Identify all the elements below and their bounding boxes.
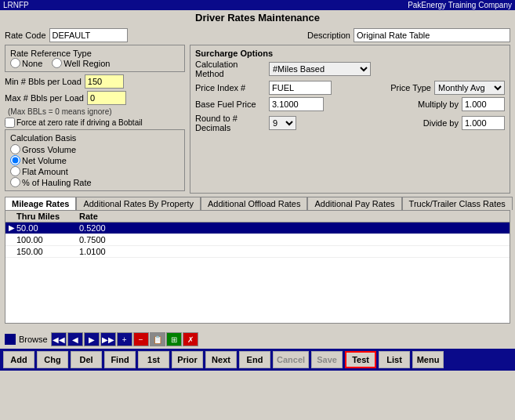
status-bar: Browse ◀◀ ◀ ▶ ▶▶ + − 📋 ⊞ ✗: [0, 330, 515, 349]
nav-close-btn[interactable]: ✗: [183, 332, 198, 346]
divide-label: Divide by: [423, 118, 459, 128]
table-row[interactable]: ▶ 50.00 0.5200: [5, 223, 510, 234]
price-index-input[interactable]: [269, 81, 332, 95]
calc-basis-label: Calculation Basis: [10, 133, 180, 143]
nav-first-btn[interactable]: ◀◀: [51, 332, 67, 346]
tab-mileage-rates[interactable]: Mileage Rates: [5, 197, 76, 210]
rate-ref-type-box: Rate Reference Type None Well Region: [5, 45, 185, 72]
nav-prev-btn[interactable]: ◀: [67, 332, 83, 346]
save-button[interactable]: Save: [311, 351, 343, 368]
calc-method-row: CalculationMethod #Miles Based: [195, 60, 505, 78]
first-button[interactable]: 1st: [138, 351, 169, 368]
base-fuel-input[interactable]: [269, 97, 324, 111]
description-input[interactable]: [354, 28, 510, 42]
main-content: Rate Code Description Rate Reference Typ…: [0, 25, 515, 327]
min-bbls-label: Min # Bbls per Load: [5, 77, 82, 86]
none-label: None: [22, 59, 42, 68]
action-buttons-bar: Add Chg Del Find 1st Prior Next End Canc…: [0, 349, 515, 371]
base-fuel-label: Base Fuel Price: [195, 100, 266, 109]
nav-grid-btn[interactable]: ⊞: [166, 332, 182, 346]
max-bbls-note: (Max BBLs = 0 means ignore): [8, 107, 185, 116]
title-bar: LRNFP PakEnergy Training Company: [0, 0, 515, 10]
table-row[interactable]: 100.00 0.7500: [5, 234, 510, 246]
page-title: Driver Rates Maintenance: [0, 10, 515, 25]
gross-volume-radio-item[interactable]: Gross Volume: [10, 144, 180, 154]
menu-button[interactable]: Menu: [412, 351, 444, 368]
description-label: Description: [307, 31, 350, 40]
rate-code-input[interactable]: [49, 28, 128, 42]
calc-basis-options: Gross Volume Net Volume Flat Amount % of…: [10, 144, 180, 187]
calc-method-select[interactable]: #Miles Based: [269, 62, 371, 76]
end-button[interactable]: End: [239, 351, 270, 368]
del-button[interactable]: Del: [71, 351, 102, 368]
gross-volume-radio[interactable]: [10, 144, 20, 154]
table-header: Thru Miles Rate: [5, 211, 510, 223]
divide-input[interactable]: [462, 116, 505, 130]
hauling-rate-label: % of Hauling Rate: [22, 178, 92, 187]
table-row[interactable]: 150.00 1.0100: [5, 246, 510, 258]
well-region-radio[interactable]: [52, 58, 62, 68]
round-select[interactable]: 9 0123 45678: [269, 116, 296, 130]
min-bbls-input[interactable]: [85, 74, 124, 89]
round-row: Round to # Decimals 9 0123 45678 Divide …: [195, 114, 505, 132]
tabs-container: Mileage Rates Additional Rates By Proper…: [5, 197, 510, 324]
nav-last-btn[interactable]: ▶▶: [100, 332, 116, 346]
price-type-label: Price Type: [390, 83, 431, 92]
hauling-rate-radio-item[interactable]: % of Hauling Rate: [10, 177, 180, 187]
price-type-select[interactable]: Monthly Avg: [434, 81, 505, 95]
rate-code-label: Rate Code: [5, 31, 46, 40]
nav-next-btn[interactable]: ▶: [84, 332, 100, 346]
test-button[interactable]: Test: [345, 351, 376, 368]
rate-ref-type-label: Rate Reference Type: [10, 49, 180, 58]
net-volume-radio[interactable]: [10, 155, 20, 165]
calc-basis-box: Calculation Basis Gross Volume Net Volum…: [5, 129, 185, 191]
nav-add-btn[interactable]: +: [117, 332, 132, 346]
cancel-button[interactable]: Cancel: [273, 351, 309, 368]
hauling-rate-radio[interactable]: [10, 177, 20, 187]
chg-button[interactable]: Chg: [37, 351, 68, 368]
tabs-header: Mileage Rates Additional Rates By Proper…: [5, 197, 510, 210]
price-index-row: Price Index # Price Type Monthly Avg: [195, 81, 505, 95]
multiply-input[interactable]: [462, 97, 505, 111]
none-radio-item[interactable]: None: [10, 58, 42, 68]
tab-additional-pay[interactable]: Additional Pay Rates: [307, 197, 401, 210]
force-zero-row: Force at zero rate if driving a Bobtail: [5, 118, 185, 128]
force-zero-checkbox[interactable]: [5, 118, 15, 128]
well-region-radio-item[interactable]: Well Region: [52, 58, 110, 68]
col-header-miles: Thru Miles: [16, 212, 79, 221]
well-region-label: Well Region: [63, 59, 110, 68]
rate-code-row: Rate Code Description: [5, 28, 510, 42]
app-id: LRNFP: [3, 1, 29, 9]
next-button[interactable]: Next: [205, 351, 237, 368]
status-indicator: [5, 334, 16, 345]
tab-truck-trailer[interactable]: Truck/Trailer Class Rates: [402, 197, 513, 210]
tab-additional-offload[interactable]: Additional Offload Rates: [201, 197, 307, 210]
surcharge-box: Surcharge Options CalculationMethod #Mil…: [190, 45, 510, 194]
nav-copy-btn[interactable]: 📋: [150, 332, 165, 346]
nav-delete-btn[interactable]: −: [133, 332, 149, 346]
round-label: Round to # Decimals: [195, 114, 266, 132]
gross-volume-label: Gross Volume: [22, 145, 76, 154]
calc-method-label: CalculationMethod: [195, 60, 266, 78]
find-button[interactable]: Find: [104, 351, 136, 368]
col-header-rate: Rate: [79, 212, 126, 221]
net-volume-radio-item[interactable]: Net Volume: [10, 155, 180, 165]
prior-button[interactable]: Prior: [172, 351, 203, 368]
max-bbls-label: Max # Bbls per Load: [5, 93, 84, 103]
company-name: PakEnergy Training Company: [408, 1, 512, 9]
flat-amount-radio[interactable]: [10, 166, 20, 176]
none-radio[interactable]: [10, 58, 20, 68]
flat-amount-label: Flat Amount: [22, 167, 68, 176]
top-sections: Rate Reference Type None Well Region Min…: [5, 45, 510, 194]
flat-amount-radio-item[interactable]: Flat Amount: [10, 166, 180, 176]
nav-icons: ◀◀ ◀ ▶ ▶▶ + − 📋 ⊞ ✗: [51, 332, 198, 346]
list-button[interactable]: List: [379, 351, 410, 368]
force-zero-label: Force at zero rate if driving a Bobtail: [16, 118, 143, 127]
max-bbls-input[interactable]: [87, 91, 126, 105]
max-bbls-row: Max # Bbls per Load: [5, 91, 185, 105]
net-volume-label: Net Volume: [22, 156, 67, 165]
price-index-label: Price Index #: [195, 83, 266, 92]
tab-additional-property[interactable]: Additional Rates By Property: [76, 197, 201, 210]
surcharge-title: Surcharge Options: [195, 49, 505, 58]
add-button[interactable]: Add: [3, 351, 34, 368]
